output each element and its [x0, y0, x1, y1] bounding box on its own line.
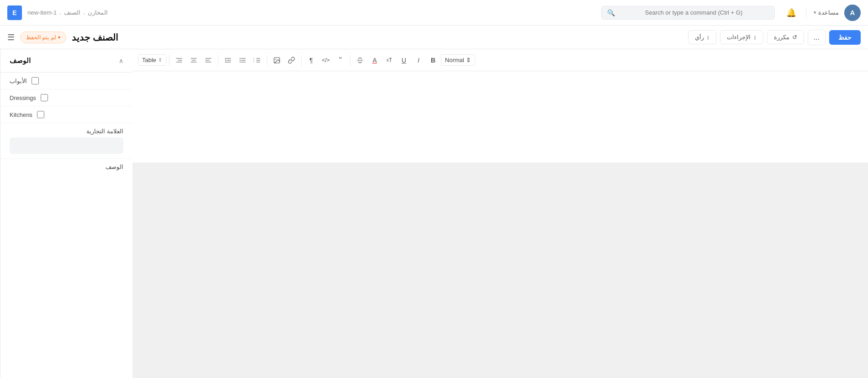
image-button[interactable]	[270, 53, 284, 67]
panel-collapse-button[interactable]: ∧	[119, 57, 123, 64]
editor-content[interactable]	[132, 71, 868, 378]
more-button[interactable]: ...	[808, 30, 826, 45]
panel-trademark-section: العلامة التجارية	[0, 123, 132, 159]
avatar: A	[844, 5, 861, 21]
editor-divider-1	[350, 55, 350, 66]
toolbar-right: الصنف جديد • لم يتم الحفظ ☰	[7, 31, 118, 43]
indent-button[interactable]	[221, 53, 235, 67]
breadcrumb: new-item-1 ، الصنف ، المخازن	[27, 9, 108, 16]
breadcrumb-sep-1: ،	[59, 9, 61, 16]
panel-item-dressings: Dressings	[0, 89, 132, 106]
save-button[interactable]: حفظ	[829, 30, 861, 45]
dressings-checkbox[interactable]	[41, 94, 48, 101]
text-style-label: Normal	[445, 57, 464, 63]
top-nav: A مساعدة ▾ 🔔 🔍 new-item-1 ، الصنف ، المخ…	[0, 0, 868, 26]
repeat-label: مكررة	[774, 34, 789, 41]
panel-section-header: ∧ الوصف	[0, 49, 132, 73]
right-panel: ∧ الوصف الأبواب Dressings Kitchens العلا…	[0, 49, 132, 378]
svg-point-12	[240, 62, 241, 63]
table-arrows-icon: ⇕	[158, 57, 162, 63]
search-bar[interactable]: 🔍	[601, 6, 775, 20]
notification-bell-icon[interactable]: 🔔	[784, 5, 799, 20]
editor-area: ⇕ Normal B I U Tx A " </>	[132, 49, 868, 378]
actions-button[interactable]: ↕ الإجراءات	[720, 30, 763, 44]
user-badge: E	[7, 5, 22, 20]
svg-point-10	[240, 60, 241, 61]
dressings-label: Dressings	[10, 94, 36, 101]
svg-point-1	[275, 58, 276, 59]
unsaved-badge: • لم يتم الحفظ	[20, 31, 66, 43]
repeat-button[interactable]: ↺ مكررة	[767, 30, 804, 44]
breadcrumb-category[interactable]: الصنف	[64, 9, 80, 16]
link-button[interactable]	[285, 53, 298, 67]
svg-point-8	[240, 58, 241, 59]
ordered-list-button[interactable]: 1 2 3	[250, 53, 264, 67]
table-select[interactable]: ⇕ Table	[138, 54, 166, 66]
table-label: Table	[142, 57, 156, 63]
text-style-select[interactable]: ⇕ Normal	[441, 54, 475, 66]
strikethrough-button[interactable]	[353, 53, 367, 67]
text-direction-button[interactable]: ¶	[304, 53, 318, 67]
page-title: الصنف جديد	[72, 32, 118, 43]
view-icon: ↕	[707, 34, 710, 41]
text-style-arrows-icon: ⇕	[466, 57, 471, 63]
breadcrumb-warehouse[interactable]: المخازن	[88, 9, 108, 16]
underline-button[interactable]: U	[397, 53, 411, 67]
editor-divider-2	[301, 55, 302, 66]
search-icon: 🔍	[607, 9, 615, 16]
code-button[interactable]: </>	[319, 53, 333, 67]
actions-icon: ↕	[753, 34, 757, 41]
panel-item-abwab: الأبواب	[0, 73, 132, 89]
align-right-button[interactable]	[172, 53, 186, 67]
abwab-checkbox[interactable]	[32, 77, 39, 84]
align-center-button[interactable]	[187, 53, 201, 67]
editor-divider-5	[169, 55, 169, 66]
editor-inner[interactable]	[132, 71, 868, 163]
editor-divider-3	[267, 55, 267, 66]
trademark-label: العلامة التجارية	[10, 128, 123, 135]
unsaved-dot-icon: •	[58, 33, 61, 42]
unsaved-label: لم يتم الحفظ	[26, 34, 56, 41]
panel-section-title: الوصف	[10, 57, 31, 65]
panel-item-kitchens: Kitchens	[0, 106, 132, 123]
kitchens-label: Kitchens	[10, 111, 32, 118]
align-left-button[interactable]	[201, 53, 215, 67]
breadcrumb-item[interactable]: new-item-1	[27, 9, 57, 16]
trademark-input[interactable]	[10, 137, 123, 154]
clear-format-button[interactable]: Tx	[382, 53, 396, 67]
help-menu[interactable]: مساعدة ▾	[814, 9, 839, 16]
abwab-label: الأبواب	[10, 78, 27, 84]
main-content: ⇕ Normal B I U Tx A " </>	[0, 49, 868, 378]
editor-divider-4	[218, 55, 218, 66]
view-button[interactable]: ↕ رأي	[688, 30, 717, 44]
actions-label: الإجراءات	[727, 34, 751, 41]
text-color-button[interactable]: A	[368, 53, 381, 67]
help-label: مساعدة	[818, 9, 839, 16]
unordered-list-button[interactable]	[236, 53, 249, 67]
svg-text:3: 3	[254, 60, 254, 63]
view-label: رأي	[695, 34, 704, 41]
repeat-icon: ↺	[792, 34, 797, 41]
description-label: الوصف	[0, 159, 132, 175]
italic-button[interactable]: I	[412, 53, 425, 67]
bold-button[interactable]: B	[426, 53, 440, 67]
kitchens-checkbox[interactable]	[37, 111, 44, 118]
page-toolbar: حفظ ... ↺ مكررة ↕ الإجراءات ↕ رأي الصنف …	[0, 26, 868, 49]
breadcrumb-sep-2: ،	[83, 9, 85, 16]
editor-toolbar: ⇕ Normal B I U Tx A " </>	[132, 49, 868, 71]
blockquote-button[interactable]: "	[333, 53, 347, 67]
nav-separator-1	[806, 7, 806, 18]
help-chevron-icon: ▾	[814, 10, 816, 16]
toolbar-menu-icon[interactable]: ☰	[7, 32, 15, 42]
search-input[interactable]	[619, 9, 769, 16]
